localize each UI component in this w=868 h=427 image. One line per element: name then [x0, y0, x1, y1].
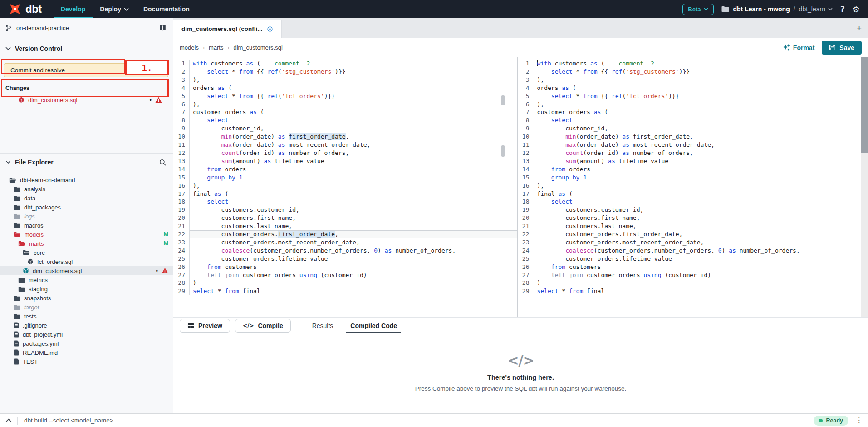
tree-item-core[interactable]: core — [0, 248, 173, 257]
code-line[interactable]: 16), — [173, 182, 517, 190]
code-line[interactable]: 14 from orders — [518, 165, 861, 174]
code-line[interactable]: 8 select — [518, 116, 861, 124]
code-line[interactable]: 27 left join customer_orders using (cust… — [173, 271, 517, 279]
save-button[interactable]: Save — [822, 41, 862, 55]
code-line[interactable]: 10 min(order_date) as first_order_date, — [173, 133, 517, 141]
status-badge[interactable]: Ready — [814, 416, 848, 426]
code-line[interactable]: 25 customer_orders.lifetime_value — [518, 255, 861, 263]
code-line[interactable]: 3), — [173, 76, 517, 84]
code-pane-left[interactable]: 1with customers as ( -- comment 22 selec… — [173, 57, 517, 317]
code-line[interactable]: 16), — [518, 182, 861, 190]
code-line[interactable]: 15 group by 1 — [173, 174, 517, 182]
preview-button[interactable]: Preview — [180, 319, 230, 333]
code-line[interactable]: 7customer_orders as ( — [173, 108, 517, 116]
code-line[interactable]: 12 count(order_id) as number_of_orders, — [173, 149, 517, 157]
code-line[interactable]: 19 customers.customer_id, — [173, 206, 517, 214]
editor-tab-dim-customers[interactable]: dim_customers.sql (confli... — [173, 20, 282, 38]
chevron-up-icon[interactable] — [5, 418, 12, 422]
add-tab-icon[interactable]: + — [857, 23, 868, 33]
code-line[interactable]: 23 customer_orders.most_recent_order_dat… — [518, 238, 861, 247]
code-line[interactable]: 20 customers.first_name, — [518, 214, 861, 222]
code-line[interactable]: 3), — [518, 76, 861, 84]
code-line[interactable]: 28) — [518, 279, 861, 287]
code-line[interactable]: 11 max(order_date) as most_recent_order_… — [173, 141, 517, 149]
nav-tab-deploy[interactable]: Deploy — [93, 0, 136, 18]
gear-icon[interactable]: ⚙ — [853, 5, 860, 14]
tree-item-analysis[interactable]: analysis — [0, 184, 173, 194]
code-line[interactable]: 12 count(order_id) as number_of_orders, — [518, 149, 861, 157]
branch-name[interactable]: on-demand-practice — [16, 25, 69, 31]
beta-dropdown[interactable]: Beta — [682, 4, 714, 15]
docs-book-icon[interactable] — [159, 25, 167, 31]
code-line[interactable]: 4orders as ( — [518, 84, 861, 92]
version-control-header[interactable]: Version Control — [0, 38, 173, 59]
tree-item-snapshots[interactable]: snapshots — [0, 293, 173, 303]
code-line[interactable]: 25 customer_orders.lifetime_value — [173, 255, 517, 263]
code-line[interactable]: 17final as ( — [518, 190, 861, 198]
tree-item-fct-orders-sql[interactable]: fct_orders.sql — [0, 257, 173, 266]
code-line[interactable]: 26 from customers — [518, 263, 861, 271]
tree-item-tests[interactable]: tests — [0, 312, 173, 321]
editor-scrollbar[interactable] — [861, 57, 868, 317]
code-line[interactable]: 27 left join customer_orders using (cust… — [518, 271, 861, 279]
tree-item-dim-customers-sql[interactable]: dim_customers.sql• — [0, 266, 173, 275]
code-line[interactable]: 11 max(order_date) as most_recent_order_… — [518, 141, 861, 149]
account-switcher[interactable]: dbt Learn - mwong / dbt_learn — [721, 5, 833, 13]
code-line[interactable]: 17final as ( — [173, 190, 517, 198]
code-line[interactable]: 19 customers.customer_id, — [518, 206, 861, 214]
tree-item-logs[interactable]: logs — [0, 212, 173, 221]
code-line[interactable]: 8 select — [173, 116, 517, 124]
code-line[interactable]: 5 select * from {{ ref('fct_orders')}} — [173, 92, 517, 100]
compile-button[interactable]: </> Compile — [235, 319, 291, 333]
code-line[interactable]: 6), — [173, 100, 517, 109]
code-line[interactable]: 7customer_orders as ( — [518, 108, 861, 116]
code-line[interactable]: 13 sum(amount) as lifetime_value — [173, 157, 517, 165]
code-line[interactable]: 1with customers as ( -- comment 2 — [518, 60, 861, 68]
tree-item-staging[interactable]: staging — [0, 284, 173, 293]
help-icon[interactable]: ? — [840, 5, 845, 14]
code-line[interactable]: 24 coalesce(customer_orders.number_of_or… — [173, 247, 517, 255]
nav-tab-develop[interactable]: Develop — [54, 0, 93, 18]
code-line[interactable]: 9 customer_id, — [173, 124, 517, 133]
code-line[interactable]: 23 customer_orders.most_recent_order_dat… — [173, 238, 517, 247]
tab-compiled-code[interactable]: Compiled Code — [342, 318, 406, 333]
tree-item-models[interactable]: modelsM — [0, 230, 173, 239]
tree-item-test[interactable]: TEST — [0, 357, 173, 366]
tree-item-dbt-learn-on-demand[interactable]: dbt-learn-on-demand — [0, 175, 173, 184]
tree-item-target[interactable]: target — [0, 303, 173, 312]
tree-item--gitignore[interactable]: .gitignore — [0, 321, 173, 330]
code-line[interactable]: 29select * from final — [518, 287, 861, 295]
code-line[interactable]: 4orders as ( — [173, 84, 517, 92]
code-line[interactable]: 14 from orders — [173, 165, 517, 174]
code-line[interactable]: 29select * from final — [173, 287, 517, 295]
dbt-logo[interactable]: dbt — [0, 0, 54, 18]
code-line[interactable]: 26 from customers — [173, 263, 517, 271]
code-line[interactable]: 6), — [518, 100, 861, 109]
code-line[interactable]: 21 customers.last_name, — [518, 222, 861, 230]
changed-file-row[interactable]: dim_customers.sql• — [0, 95, 173, 105]
tree-item-data[interactable]: data — [0, 194, 173, 203]
code-line[interactable]: 15 group by 1 — [518, 174, 861, 182]
breadcrumb-item-marts[interactable]: marts — [209, 44, 224, 51]
tree-item-dbt-project-yml[interactable]: dbt_project.yml — [0, 330, 173, 339]
code-line[interactable]: 9 customer_id, — [518, 124, 861, 133]
file-explorer-header[interactable]: File Explorer — [0, 153, 173, 171]
code-line[interactable]: 28) — [173, 279, 517, 287]
code-line[interactable]: 13 sum(amount) as lifetime_value — [518, 157, 861, 165]
code-line[interactable]: 1with customers as ( -- comment 2 — [173, 60, 517, 68]
code-line[interactable]: 2 select * from {{ ref('stg_customers')}… — [518, 68, 861, 76]
search-icon[interactable] — [159, 159, 167, 166]
tree-item-readme-md[interactable]: README.md — [0, 348, 173, 357]
code-line[interactable]: 21 customers.last_name, — [173, 222, 517, 230]
code-line[interactable]: 20 customers.first_name, — [173, 214, 517, 222]
tree-item-macros[interactable]: macros — [0, 221, 173, 230]
code-line[interactable]: 10 min(order_date) as first_order_date, — [518, 133, 861, 141]
code-line[interactable]: 2 select * from {{ ref('stg_customers')}… — [173, 68, 517, 76]
format-button[interactable]: Format — [782, 44, 814, 51]
nav-tab-documentation[interactable]: Documentation — [136, 0, 197, 18]
code-line[interactable]: 24 coalesce(customer_orders.number_of_or… — [518, 247, 861, 255]
code-line[interactable]: 5 select * from {{ ref('fct_orders')}} — [518, 92, 861, 100]
tab-results[interactable]: Results — [304, 318, 342, 333]
scrollbar-thumb[interactable] — [861, 57, 868, 153]
code-line[interactable]: 22 customer_orders.first_order_date, — [173, 230, 517, 238]
